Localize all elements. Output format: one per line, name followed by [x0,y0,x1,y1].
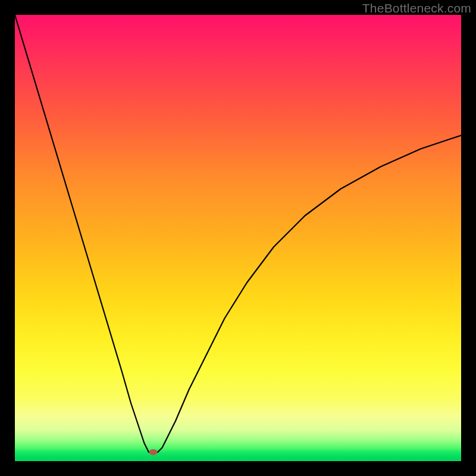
plot-area [15,15,461,461]
bottleneck-curve [15,15,461,452]
optimal-point-marker [149,449,158,455]
curve-layer [15,15,461,461]
attribution-text: TheBottleneck.com [362,1,471,15]
chart-frame: TheBottleneck.com [0,0,476,476]
